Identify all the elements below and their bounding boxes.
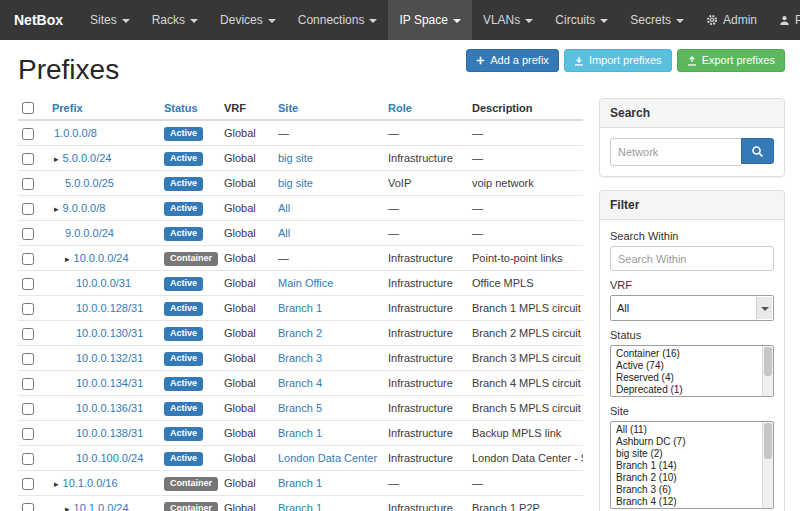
prefix-link[interactable]: 10.1.0.0/16: [63, 477, 118, 489]
vrf-cell: Global: [220, 246, 274, 271]
column-header-site[interactable]: Site: [274, 96, 384, 120]
nav-item-circuits[interactable]: Circuits: [544, 0, 619, 40]
nav-item-connections[interactable]: Connections: [287, 0, 389, 40]
add-prefix-button[interactable]: Add a prefix: [466, 49, 559, 72]
row-checkbox[interactable]: [22, 503, 34, 511]
expand-arrow-icon[interactable]: ▸: [54, 204, 59, 214]
expand-arrow-icon[interactable]: ▸: [65, 504, 70, 511]
status-badge: Active: [164, 352, 203, 366]
nav-item-racks[interactable]: Racks: [141, 0, 209, 40]
nav-item-secrets[interactable]: Secrets: [619, 0, 695, 40]
row-checkbox[interactable]: [22, 253, 34, 265]
row-checkbox[interactable]: [22, 353, 34, 365]
row-checkbox[interactable]: [22, 428, 34, 440]
column-header-role[interactable]: Role: [384, 96, 468, 120]
listbox-option[interactable]: Branch 5 (7): [611, 508, 761, 509]
site-link[interactable]: Branch 3: [278, 352, 322, 364]
site-link[interactable]: All: [278, 202, 290, 214]
listbox-option[interactable]: big site (2): [611, 448, 761, 460]
site-link[interactable]: Branch 1: [278, 502, 322, 511]
prefix-link[interactable]: 9.0.0.0/24: [65, 227, 114, 239]
nav-item-ip-space[interactable]: IP Space: [388, 0, 471, 40]
site-listbox-scrollbar[interactable]: [762, 422, 773, 508]
site-link[interactable]: big site: [278, 177, 313, 189]
nav-item-sites[interactable]: Sites: [79, 0, 141, 40]
listbox-option[interactable]: Reserved (4): [611, 372, 761, 384]
table-row: 10.0.0.128/31ActiveGlobalBranch 1Infrast…: [18, 296, 583, 321]
site-link[interactable]: Branch 1: [278, 302, 322, 314]
listbox-option[interactable]: Branch 3 (6): [611, 484, 761, 496]
listbox-option[interactable]: Branch 2 (10): [611, 472, 761, 484]
nav-item-label: Racks: [152, 13, 185, 27]
expand-arrow-icon[interactable]: ▸: [54, 154, 59, 164]
row-checkbox[interactable]: [22, 303, 34, 315]
nav-item-vlans[interactable]: VLANs: [472, 0, 544, 40]
row-checkbox[interactable]: [22, 453, 34, 465]
table-row: 5.0.0.0/25ActiveGlobalbig siteVoIPvoip n…: [18, 171, 583, 196]
site-cell: Branch 4: [274, 371, 384, 396]
checkbox-cell: [18, 120, 48, 146]
prefix-link[interactable]: 10.0.0.130/31: [76, 327, 143, 339]
role-cell: Infrastructure: [384, 271, 468, 296]
import-prefixes-button[interactable]: Import prefixes: [564, 49, 672, 72]
prefix-link[interactable]: 10.0.0.134/31: [76, 377, 143, 389]
search-within-input[interactable]: [610, 246, 774, 271]
listbox-option[interactable]: Container (16): [611, 348, 761, 360]
site-link[interactable]: London Data Center: [278, 452, 377, 464]
site-link[interactable]: Branch 4: [278, 377, 322, 389]
row-checkbox[interactable]: [22, 153, 34, 165]
row-checkbox[interactable]: [22, 128, 34, 140]
row-checkbox[interactable]: [22, 328, 34, 340]
site-link[interactable]: big site: [278, 152, 313, 164]
column-header-status[interactable]: Status: [160, 96, 220, 120]
row-checkbox[interactable]: [22, 478, 34, 490]
export-prefixes-button[interactable]: Export prefixes: [677, 49, 785, 72]
expand-arrow-icon[interactable]: ▸: [65, 254, 70, 264]
prefix-link[interactable]: 10.0.0.138/31: [76, 427, 143, 439]
listbox-option[interactable]: Active (74): [611, 360, 761, 372]
prefix-link[interactable]: 10.0.0.0/31: [76, 277, 131, 289]
prefix-link[interactable]: 5.0.0.0/24: [63, 152, 112, 164]
listbox-option[interactable]: Deprecated (1): [611, 384, 761, 396]
site-filter-listbox[interactable]: All (11)Ashburn DC (7)big site (2)Branch…: [610, 421, 774, 509]
row-checkbox[interactable]: [22, 378, 34, 390]
prefix-link[interactable]: 10.0.0.128/31: [76, 302, 143, 314]
nav-item-profile[interactable]: Profile: [768, 0, 800, 40]
site-link[interactable]: Main Office: [278, 277, 333, 289]
nav-item-devices[interactable]: Devices: [209, 0, 287, 40]
listbox-option[interactable]: All (11): [611, 424, 761, 436]
row-checkbox[interactable]: [22, 403, 34, 415]
site-link[interactable]: Branch 1: [278, 427, 322, 439]
prefix-link[interactable]: 9.0.0.0/8: [63, 202, 106, 214]
site-link[interactable]: Branch 1: [278, 477, 322, 489]
site-link[interactable]: Branch 5: [278, 402, 322, 414]
role-cell: —: [384, 120, 468, 146]
row-checkbox[interactable]: [22, 228, 34, 240]
status-listbox-scrollbar[interactable]: [762, 346, 773, 396]
status-filter-listbox[interactable]: Container (16)Active (74)Reserved (4)Dep…: [610, 345, 774, 397]
listbox-option[interactable]: Branch 4 (12): [611, 496, 761, 508]
expand-arrow-icon[interactable]: ▸: [54, 479, 59, 489]
search-input[interactable]: [610, 138, 741, 166]
prefix-link[interactable]: 10.0.0.132/31: [76, 352, 143, 364]
table-row: 10.0.0.138/31ActiveGlobalBranch 1Infrast…: [18, 421, 583, 446]
listbox-option[interactable]: Branch 1 (14): [611, 460, 761, 472]
nav-item-admin[interactable]: Admin: [695, 0, 768, 40]
prefix-link[interactable]: 10.1.0.0/24: [74, 502, 129, 511]
vrf-select[interactable]: All: [610, 295, 774, 321]
prefix-link[interactable]: 5.0.0.0/25: [65, 177, 114, 189]
listbox-option[interactable]: Ashburn DC (7): [611, 436, 761, 448]
prefix-link[interactable]: 10.0.0.0/24: [74, 252, 129, 264]
site-link[interactable]: All: [278, 227, 290, 239]
column-header-prefix[interactable]: Prefix: [48, 96, 160, 120]
row-checkbox[interactable]: [22, 278, 34, 290]
prefix-link[interactable]: 10.0.100.0/24: [76, 452, 143, 464]
prefix-link[interactable]: 1.0.0.0/8: [54, 127, 97, 139]
search-button[interactable]: [741, 138, 774, 164]
row-checkbox[interactable]: [22, 178, 34, 190]
prefix-link[interactable]: 10.0.0.136/31: [76, 402, 143, 414]
select-all-checkbox[interactable]: [22, 102, 34, 114]
site-link[interactable]: Branch 2: [278, 327, 322, 339]
brand-link[interactable]: NetBox: [14, 0, 79, 40]
row-checkbox[interactable]: [22, 203, 34, 215]
